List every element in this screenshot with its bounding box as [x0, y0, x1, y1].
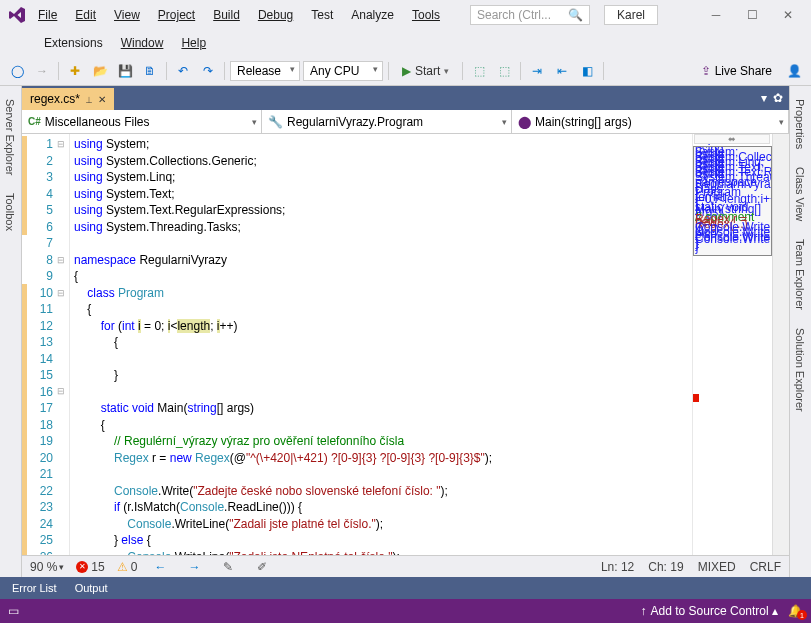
error-count[interactable]: ✕15	[76, 560, 104, 574]
notifications-button[interactable]: 🔔 1	[788, 604, 803, 618]
col-indicator[interactable]: Ch: 19	[648, 560, 683, 574]
tb-icon-1[interactable]: ⬚	[468, 60, 490, 82]
search-icon: 🔍	[568, 8, 583, 22]
user-badge[interactable]: Karel	[604, 5, 658, 25]
code-container: 1234567891011121314151617181920212223242…	[22, 134, 789, 555]
menu-window[interactable]: Window	[113, 32, 172, 54]
team-explorer-tab[interactable]: Team Explorer	[790, 230, 811, 319]
fold-icon[interactable]: ⊟	[55, 383, 67, 400]
editor-zone: regex.cs* ⟂ ✕ ▾ ✿ C# Miscellaneous Files…	[22, 86, 789, 577]
tab-dropdown-icon[interactable]: ▾	[761, 91, 767, 105]
main-area: Server Explorer Toolbox regex.cs* ⟂ ✕ ▾ …	[0, 86, 811, 577]
window-controls: ─ ☐ ✕	[699, 3, 805, 27]
search-label: Search (Ctrl...	[477, 8, 551, 22]
notification-badge: 1	[797, 610, 807, 620]
line-indicator[interactable]: Ln: 12	[601, 560, 634, 574]
menu-edit[interactable]: Edit	[67, 4, 104, 26]
tab-settings-icon[interactable]: ✿	[773, 91, 783, 105]
back-button[interactable]: ◯	[6, 60, 28, 82]
solution-explorer-tab[interactable]: Solution Explorer	[790, 319, 811, 421]
editor-statusbar: 90 %▾ ✕15 ⚠0 ← → ✎ ✐ Ln: 12 Ch: 19 MIXED…	[22, 555, 789, 577]
maximize-button[interactable]: ☐	[735, 3, 769, 27]
menu-project[interactable]: Project	[150, 4, 203, 26]
menu-tools[interactable]: Tools	[404, 4, 448, 26]
menu-analyze[interactable]: Analyze	[343, 4, 402, 26]
start-button[interactable]: ▶ Start ▾	[394, 62, 457, 80]
nav-next-icon[interactable]: →	[183, 556, 205, 578]
tb-icon-4[interactable]: ⇤	[551, 60, 573, 82]
nav-member[interactable]: ⬤ Main(string[] args)	[512, 110, 789, 133]
menu-file[interactable]: File	[30, 4, 65, 26]
nav-prev-icon[interactable]: ←	[149, 556, 171, 578]
csharp-icon: C#	[28, 116, 41, 127]
search-input[interactable]: Search (Ctrl... 🔍	[470, 5, 590, 25]
toolbar: ◯ → ✚ 📂 💾 🗎 ↶ ↷ Release Any CPU ▶ Start …	[0, 56, 811, 86]
save-all-button[interactable]: 🗎	[139, 60, 161, 82]
method-icon: ⬤	[518, 115, 531, 129]
warning-icon: ⚠	[117, 560, 128, 574]
document-tabs: regex.cs* ⟂ ✕ ▾ ✿	[22, 86, 789, 110]
fold-icon[interactable]: ⊟	[55, 285, 67, 302]
platform-combo[interactable]: Any CPU	[303, 61, 383, 81]
server-explorer-tab[interactable]: Server Explorer	[0, 90, 21, 184]
titlebar: File Edit View Project Build Debug Test …	[0, 0, 811, 30]
new-project-button[interactable]: ✚	[64, 60, 86, 82]
nav-scope[interactable]: C# Miscellaneous Files	[22, 110, 262, 133]
minimize-button[interactable]: ─	[699, 3, 733, 27]
properties-tab[interactable]: Properties	[790, 90, 811, 158]
tb-icon-2[interactable]: ⬚	[493, 60, 515, 82]
tabs-mode[interactable]: MIXED	[698, 560, 736, 574]
status-rect-icon: ▭	[8, 604, 19, 618]
split-handle[interactable]: ⬌	[694, 134, 770, 144]
vertical-scrollbar[interactable]	[772, 134, 789, 555]
class-icon: 🔧	[268, 115, 283, 129]
menu-view[interactable]: View	[106, 4, 148, 26]
warning-count[interactable]: ⚠0	[117, 560, 138, 574]
code-editor[interactable]: using System;using System.Collections.Ge…	[70, 134, 692, 555]
eol-mode[interactable]: CRLF	[750, 560, 781, 574]
tab-filename: regex.cs*	[30, 92, 80, 106]
open-button[interactable]: 📂	[89, 60, 111, 82]
zoom-combo[interactable]: 90 %▾	[30, 560, 64, 574]
undo-button[interactable]: ↶	[172, 60, 194, 82]
pin-icon[interactable]: ⟂	[86, 94, 92, 105]
tb-icon-3[interactable]: ⇥	[526, 60, 548, 82]
tab-close-icon[interactable]: ✕	[98, 94, 106, 105]
nav-bar: C# Miscellaneous Files 🔧 RegularniVyrazy…	[22, 110, 789, 134]
account-icon[interactable]: 👤	[783, 60, 805, 82]
tb-icon-5[interactable]: ◧	[576, 60, 598, 82]
left-rail: Server Explorer Toolbox	[0, 86, 22, 577]
error-icon: ✕	[76, 561, 88, 573]
minimap-viewport[interactable]	[693, 146, 772, 256]
error-list-tab[interactable]: Error List	[4, 579, 65, 597]
file-tab-regex[interactable]: regex.cs* ⟂ ✕	[22, 88, 114, 110]
config-combo[interactable]: Release	[230, 61, 300, 81]
save-button[interactable]: 💾	[114, 60, 136, 82]
redo-button[interactable]: ↷	[197, 60, 219, 82]
close-button[interactable]: ✕	[771, 3, 805, 27]
play-icon: ▶	[402, 64, 411, 78]
fold-icon[interactable]: ⊟	[55, 252, 67, 269]
source-control-button[interactable]: ↑Add to Source Control ▴	[641, 604, 778, 618]
brush2-icon[interactable]: ✐	[251, 556, 273, 578]
toolbox-tab[interactable]: Toolbox	[0, 184, 21, 240]
menu-extensions[interactable]: Extensions	[36, 32, 111, 54]
liveshare-icon: ⇪	[701, 64, 711, 78]
class-view-tab[interactable]: Class View	[790, 158, 811, 230]
menu-debug[interactable]: Debug	[250, 4, 301, 26]
minimap[interactable]: ⬌ using System;using System.Collections.…	[692, 134, 772, 555]
nav-class[interactable]: 🔧 RegularniVyrazy.Program	[262, 110, 512, 133]
menu-help[interactable]: Help	[173, 32, 214, 54]
menu-test[interactable]: Test	[303, 4, 341, 26]
statusbar: ▭ ↑Add to Source Control ▴ 🔔 1	[0, 599, 811, 623]
fold-icon[interactable]: ⊟	[55, 136, 67, 153]
menu-build[interactable]: Build	[205, 4, 248, 26]
bottom-panel-tabs: Error List Output	[0, 577, 811, 599]
liveshare-button[interactable]: ⇪ Live Share	[693, 62, 780, 80]
line-number-gutter: 1234567891011121314151617181920212223242…	[22, 134, 70, 555]
forward-button[interactable]: →	[31, 60, 53, 82]
menubar-2: Extensions Window Help	[0, 30, 811, 56]
right-rail: Properties Class View Team Explorer Solu…	[789, 86, 811, 577]
brush-icon[interactable]: ✎	[217, 556, 239, 578]
output-tab[interactable]: Output	[67, 579, 116, 597]
